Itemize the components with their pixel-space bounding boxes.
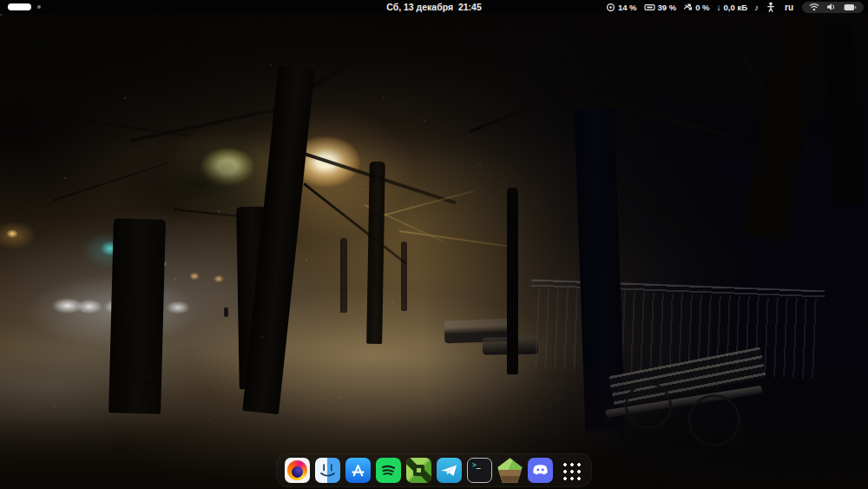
top-bar: Сб, 13 декабря 21:45 14 % 39 % xyxy=(0,0,868,14)
wifi-icon xyxy=(809,3,819,11)
swap-value: 0 % xyxy=(695,3,709,12)
battery-icon xyxy=(844,3,857,11)
dock-item-app-store[interactable] xyxy=(345,458,371,483)
workspace-dot[interactable] xyxy=(37,5,41,9)
workspace-indicator[interactable] xyxy=(0,3,41,10)
keyboard-layout-indicator[interactable]: ru xyxy=(783,3,795,12)
dock-item-discord[interactable] xyxy=(528,458,553,483)
memory-icon xyxy=(644,3,655,12)
dock-item-files[interactable] xyxy=(315,458,340,483)
grass-block-pentagon-icon xyxy=(497,458,523,483)
cpu-indicator[interactable]: 14 % xyxy=(606,3,637,12)
firefox-globe-core xyxy=(292,466,303,478)
swap-arrows-icon xyxy=(683,3,693,11)
dock: >_ xyxy=(276,453,592,487)
volume-icon xyxy=(826,3,837,11)
accessibility-icon[interactable] xyxy=(766,2,776,12)
dock-item-telegram[interactable] xyxy=(437,458,462,483)
music-note-icon[interactable]: ♪ xyxy=(754,3,759,12)
terminal-icon: >_ xyxy=(472,462,481,469)
dock-item-spotify[interactable] xyxy=(376,458,401,483)
wallpaper xyxy=(0,14,868,489)
foreground-vignette xyxy=(0,14,868,489)
quick-settings[interactable] xyxy=(802,2,864,13)
download-arrow-icon: ↓ xyxy=(717,3,721,12)
dock-item-app-grid[interactable] xyxy=(558,458,583,483)
app-store-icon xyxy=(345,458,371,483)
swap-indicator[interactable]: 0 % xyxy=(683,3,709,12)
cpu-value: 14 % xyxy=(618,3,637,12)
falling-snow xyxy=(0,14,2,16)
dock-item-terminal[interactable]: >_ xyxy=(467,458,492,483)
clock[interactable]: Сб, 13 декабря 21:45 xyxy=(386,0,482,14)
spotify-icon xyxy=(376,458,401,483)
memory-indicator[interactable]: 39 % xyxy=(644,3,677,12)
files-finder-icon xyxy=(315,458,340,483)
roblox-inner-square xyxy=(417,468,421,472)
dock-item-roblox-studio[interactable] xyxy=(406,458,431,483)
desktop: Сб, 13 декабря 21:45 14 % 39 % xyxy=(0,0,868,489)
app-grid-icon xyxy=(561,460,581,480)
status-area: 14 % 39 % 0 % ↓ 0,0 кБ ♪ xyxy=(606,2,868,13)
workspace-active-pill[interactable] xyxy=(8,3,31,10)
cpu-icon xyxy=(606,3,615,12)
dock-item-firefox[interactable] xyxy=(285,458,310,483)
telegram-icon xyxy=(437,458,462,483)
discord-icon xyxy=(528,458,553,483)
network-indicator[interactable]: ↓ 0,0 кБ xyxy=(717,3,747,12)
dock-item-minecraft-launcher[interactable] xyxy=(497,458,523,483)
network-value: 0,0 кБ xyxy=(724,3,747,12)
memory-value: 39 % xyxy=(658,3,677,12)
